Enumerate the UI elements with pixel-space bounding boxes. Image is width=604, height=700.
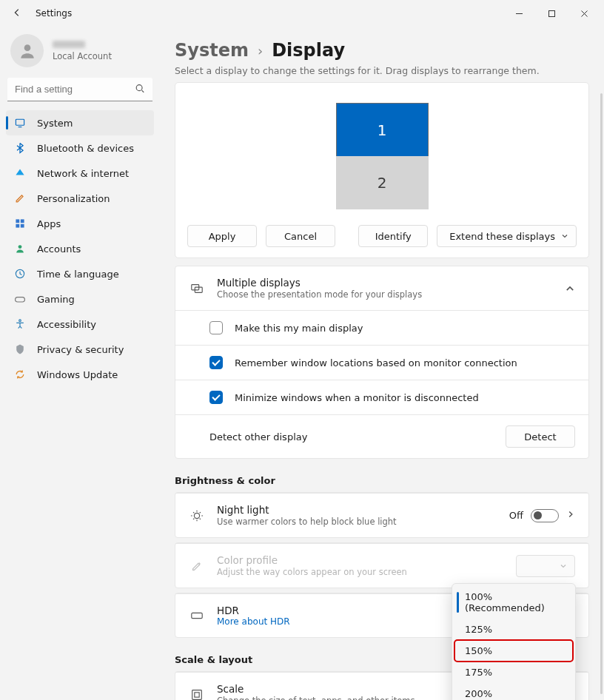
sidebar-item-label: Apps — [37, 218, 61, 229]
remember-locations-label: Remember window locations based on monit… — [235, 357, 517, 368]
accounts-icon — [13, 242, 27, 255]
sidebar-item-apps[interactable]: Apps — [6, 211, 154, 236]
scale-option[interactable]: 125% — [454, 619, 573, 640]
time-icon — [13, 267, 27, 280]
sidebar-item-time[interactable]: Time & language — [6, 261, 154, 286]
sidebar-item-personalization[interactable]: Personalization — [6, 186, 154, 211]
main-display-checkbox[interactable] — [209, 321, 223, 334]
breadcrumb-root[interactable]: System — [175, 40, 249, 61]
personalization-icon — [13, 192, 27, 205]
svg-rect-5 — [21, 219, 24, 223]
svg-point-2 — [136, 84, 142, 90]
search-input[interactable] — [7, 78, 152, 101]
svg-rect-3 — [16, 119, 24, 125]
night-light-expand[interactable] — [566, 510, 575, 521]
hdr-icon — [189, 609, 205, 622]
svg-point-1 — [24, 44, 30, 51]
maximize-button[interactable] — [536, 1, 567, 25]
color-profile-dropdown — [516, 555, 575, 577]
search-icon — [135, 83, 145, 95]
scale-option[interactable]: 150% — [454, 640, 573, 662]
detect-button[interactable]: Detect — [506, 425, 575, 448]
svg-rect-15 — [192, 613, 202, 618]
minimize-windows-label: Minimize windows when a monitor is disco… — [235, 392, 479, 403]
sidebar-item-update[interactable]: Windows Update — [6, 362, 154, 387]
multiple-displays-sub: Choose the presentation mode for your di… — [217, 289, 553, 300]
breadcrumb-current: Display — [272, 40, 345, 61]
svg-rect-4 — [16, 219, 19, 223]
scale-icon — [189, 688, 205, 701]
sidebar-item-network[interactable]: Network & internet — [6, 161, 154, 186]
page-subheading: Select a display to change the settings … — [175, 65, 589, 76]
network-icon — [13, 166, 27, 180]
section-brightness: Brightness & color — [175, 475, 589, 486]
avatar[interactable] — [10, 34, 44, 67]
sidebar-item-label: System — [37, 118, 73, 129]
system-icon — [13, 116, 27, 129]
collapse-button[interactable] — [565, 283, 575, 294]
window-title: Settings — [36, 8, 72, 18]
display-mode-dropdown[interactable]: Extend these displays — [437, 225, 577, 247]
svg-rect-16 — [192, 690, 202, 699]
scrollbar[interactable] — [600, 93, 603, 694]
sidebar-item-label: Gaming — [37, 294, 75, 305]
color-profile-title: Color profile — [217, 554, 504, 566]
monitor-2[interactable]: 2 — [336, 156, 429, 209]
sidebar-item-accessibility[interactable]: Accessibility — [6, 312, 154, 337]
apps-icon — [13, 217, 27, 230]
back-button[interactable] — [12, 7, 22, 20]
svg-point-11 — [19, 320, 21, 322]
color-profile-icon — [189, 559, 205, 573]
remember-locations-checkbox[interactable] — [209, 356, 223, 369]
night-light-toggle[interactable] — [531, 509, 559, 522]
sidebar-item-system[interactable]: System — [6, 110, 154, 135]
privacy-icon — [13, 343, 27, 356]
svg-point-14 — [194, 513, 199, 518]
profile-name-redacted — [53, 41, 85, 48]
bluetooth-icon — [13, 141, 27, 155]
night-light-title: Night light — [217, 504, 497, 516]
night-light-state: Off — [509, 510, 523, 521]
identify-button[interactable]: Identify — [358, 225, 428, 247]
profile-subtitle: Local Account — [53, 51, 112, 61]
chevron-down-icon — [560, 562, 567, 570]
sidebar-item-label: Accessibility — [37, 319, 96, 330]
multiple-displays-icon — [189, 282, 205, 295]
svg-rect-0 — [548, 10, 554, 16]
scale-option[interactable]: 175% — [454, 662, 573, 683]
update-icon — [13, 368, 27, 381]
chevron-down-icon — [561, 232, 568, 240]
scale-dropdown-popup[interactable]: 100% (Recommended)125%150%175%200%225% — [452, 583, 576, 700]
close-button[interactable] — [568, 1, 600, 25]
sidebar-item-label: Bluetooth & devices — [37, 143, 134, 154]
color-profile-sub: Adjust the way colors appear on your scr… — [217, 567, 504, 577]
monitor-1[interactable]: 1 — [336, 103, 429, 156]
svg-rect-17 — [195, 692, 199, 696]
chevron-up-icon — [565, 283, 575, 294]
sidebar-item-accounts[interactable]: Accounts — [6, 236, 154, 261]
sidebar-item-label: Network & internet — [37, 168, 129, 179]
scale-option[interactable]: 200% — [454, 683, 573, 700]
detect-display-label: Detect other display — [209, 431, 494, 442]
sidebar-item-bluetooth[interactable]: Bluetooth & devices — [6, 135, 154, 161]
sidebar-item-label: Windows Update — [37, 369, 118, 380]
night-light-sub: Use warmer colors to help block blue lig… — [217, 516, 497, 527]
search-box[interactable] — [7, 78, 152, 101]
multiple-displays-title: Multiple displays — [217, 277, 553, 289]
chevron-right-icon: › — [258, 43, 263, 58]
sidebar-item-gaming[interactable]: Gaming — [6, 286, 154, 312]
scale-option[interactable]: 100% (Recommended) — [454, 586, 573, 619]
minimize-windows-checkbox[interactable] — [209, 391, 223, 404]
sidebar-item-label: Privacy & security — [37, 344, 124, 355]
svg-rect-10 — [16, 297, 25, 302]
sidebar-item-label: Time & language — [37, 269, 119, 280]
cancel-button[interactable]: Cancel — [266, 225, 335, 247]
sidebar-item-privacy[interactable]: Privacy & security — [6, 337, 154, 362]
svg-rect-7 — [21, 224, 24, 228]
minimize-button[interactable] — [503, 1, 534, 25]
apply-button[interactable]: Apply — [187, 225, 257, 247]
night-light-icon — [189, 509, 205, 522]
svg-point-8 — [19, 245, 22, 249]
sidebar-item-label: Accounts — [37, 243, 81, 255]
main-display-label: Make this my main display — [235, 323, 363, 334]
